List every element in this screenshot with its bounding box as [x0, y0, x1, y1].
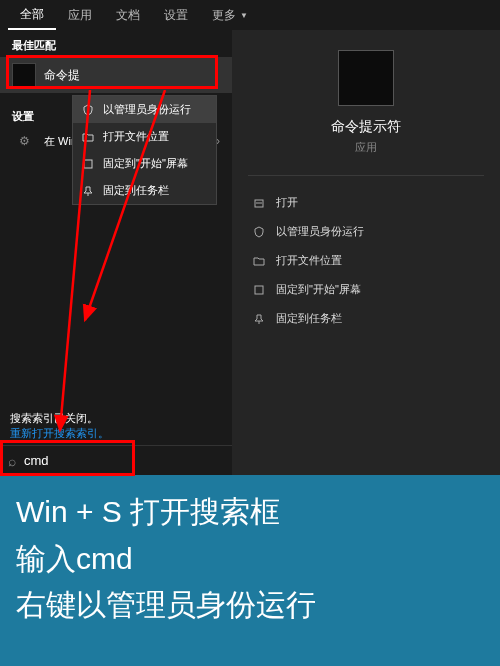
ctx-pin-taskbar[interactable]: 固定到任务栏 [73, 177, 216, 204]
detail-subtitle: 应用 [248, 140, 484, 155]
action-open-label: 打开 [276, 195, 298, 210]
action-pinstart-label: 固定到"开始"屏幕 [276, 282, 361, 297]
tab-docs[interactable]: 文档 [104, 0, 152, 30]
search-bar: ⌕ [0, 445, 232, 475]
best-match-label: 最佳匹配 [0, 30, 232, 57]
caption-l3: 右键以管理员身份运行 [16, 582, 484, 629]
action-run-admin[interactable]: 以管理员身份运行 [248, 217, 484, 246]
shield-icon [252, 225, 266, 239]
caption-l1: Win + S 打开搜索框 [16, 489, 484, 536]
search-input[interactable] [24, 453, 224, 468]
pin-start-icon [81, 157, 95, 171]
ctx-pin-task-label: 固定到任务栏 [103, 183, 169, 198]
action-open-location[interactable]: 打开文件位置 [248, 246, 484, 275]
cmd-icon [12, 63, 36, 87]
svg-rect-2 [255, 286, 263, 294]
pin-taskbar-icon [81, 184, 95, 198]
tab-settings[interactable]: 设置 [152, 0, 200, 30]
action-open[interactable]: 打开 [248, 188, 484, 217]
action-pin-start[interactable]: 固定到"开始"屏幕 [248, 275, 484, 304]
ctx-run-admin-label: 以管理员身份运行 [103, 102, 191, 117]
shield-icon [81, 103, 95, 117]
ctx-open-location[interactable]: 打开文件位置 [73, 123, 216, 150]
action-loc-label: 打开文件位置 [276, 253, 342, 268]
result-cmd[interactable]: 命令提 [0, 57, 232, 93]
pin-taskbar-icon [252, 312, 266, 326]
context-menu: 以管理员身份运行 打开文件位置 固定到"开始"屏幕 固定到任务栏 [72, 95, 217, 205]
detail-title: 命令提示符 [248, 118, 484, 136]
ctx-pin-start-label: 固定到"开始"屏幕 [103, 156, 188, 171]
action-pin-taskbar[interactable]: 固定到任务栏 [248, 304, 484, 333]
result-label: 命令提 [44, 67, 80, 84]
tab-more[interactable]: 更多▼ [200, 0, 260, 30]
detail-header: 命令提示符 应用 [248, 50, 484, 176]
ctx-pin-start[interactable]: 固定到"开始"屏幕 [73, 150, 216, 177]
folder-icon [81, 130, 95, 144]
detail-panel: 命令提示符 应用 打开 以管理员身份运行 打开文件位置 固定到"开始"屏幕 固定… [232, 30, 500, 475]
gear-icon: ⚙ [12, 134, 36, 148]
status-off: 搜索索引已关闭。 [10, 411, 109, 426]
status-reopen-link[interactable]: 重新打开搜索索引。 [10, 426, 109, 441]
search-results-area: 最佳匹配 命令提 设置 ⚙ 在 Win + 换为 Wi › 搜索索引已关闭。 重… [0, 30, 500, 475]
tab-all[interactable]: 全部 [8, 0, 56, 30]
tab-apps[interactable]: 应用 [56, 0, 104, 30]
search-tabs: 全部 应用 文档 设置 更多▼ [0, 0, 500, 30]
svg-rect-0 [84, 160, 92, 168]
caption-l2: 输入cmd [16, 536, 484, 583]
open-icon [252, 196, 266, 210]
search-icon: ⌕ [8, 453, 16, 469]
ctx-open-loc-label: 打开文件位置 [103, 129, 169, 144]
pin-start-icon [252, 283, 266, 297]
tutorial-caption: Win + S 打开搜索框 输入cmd 右键以管理员身份运行 [0, 475, 500, 666]
search-index-status: 搜索索引已关闭。 重新打开搜索索引。 [0, 407, 119, 445]
cmd-big-icon [338, 50, 394, 106]
folder-icon [252, 254, 266, 268]
action-admin-label: 以管理员身份运行 [276, 224, 364, 239]
action-pintask-label: 固定到任务栏 [276, 311, 342, 326]
ctx-run-admin[interactable]: 以管理员身份运行 [73, 96, 216, 123]
